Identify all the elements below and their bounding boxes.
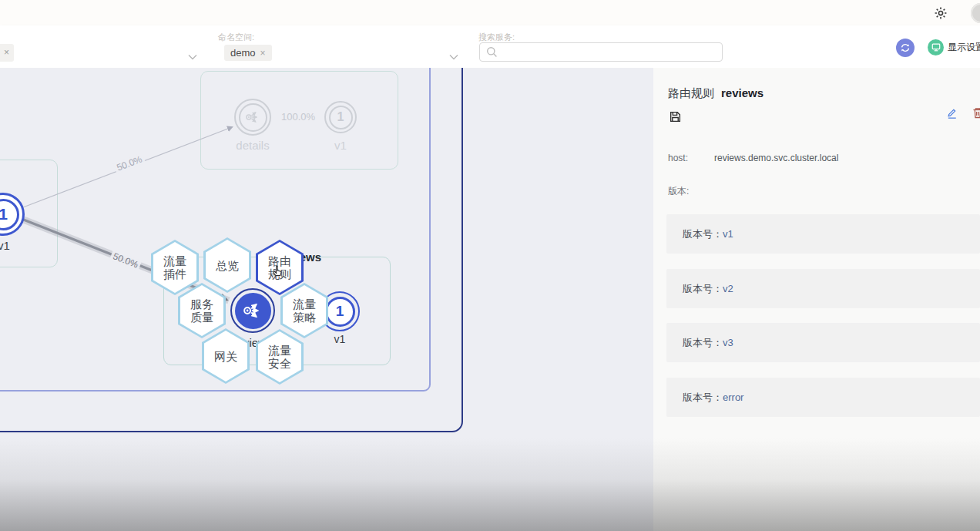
version-value: v1 (723, 228, 733, 240)
host-label: host: (668, 153, 688, 163)
chevron-down-icon[interactable] (449, 49, 458, 63)
cluster-tag-remnant[interactable]: × (0, 44, 14, 62)
monitor-icon (928, 39, 944, 55)
details-version-label: v1 (324, 139, 357, 152)
search-input[interactable] (502, 42, 722, 62)
namespace-tag-demo[interactable]: demo× (224, 45, 272, 61)
mouse-cursor (271, 264, 284, 283)
version-card-v2[interactable]: 版本号：v2 (666, 269, 980, 308)
version-card-v3[interactable]: 版本号：v3 (666, 323, 980, 362)
tag-close-icon[interactable]: × (4, 47, 9, 58)
avatar[interactable] (971, 3, 980, 23)
source-version-label: v1 (0, 239, 15, 252)
panel-title-service: reviews (721, 86, 764, 99)
panel-title-type: 路由规则 (668, 86, 714, 99)
search-service-label: 搜索服务: (478, 32, 515, 43)
version-value: v2 (723, 283, 733, 294)
version-card-error[interactable]: 版本号：error (666, 378, 980, 417)
details-node-label: details (227, 139, 279, 152)
display-settings-button[interactable]: 显示设置 (928, 39, 980, 55)
hex-menu-gateway[interactable]: 网关 (202, 328, 250, 384)
traffic-split-icon (241, 299, 264, 322)
topology-graph[interactable]: 100.0% 1 details v1 50.0% 50.0% (0, 68, 653, 531)
filter-toolbar: × 命名空间: demo× 搜索服务: (0, 25, 980, 68)
settings-gear-icon[interactable] (934, 6, 948, 20)
chevron-down-icon[interactable] (188, 49, 197, 63)
refresh-button[interactable] (896, 39, 915, 57)
edit-pencil-icon[interactable] (946, 106, 958, 123)
search-box[interactable] (479, 42, 723, 62)
search-icon (486, 46, 498, 58)
tag-close-icon[interactable]: × (260, 48, 266, 59)
app-screen: × 命名空间: demo× 搜索服务: (0, 0, 980, 531)
reviews-version-label: v1 (329, 333, 351, 345)
version-value: error (723, 392, 743, 403)
delete-trash-icon[interactable] (972, 106, 980, 123)
panel-title: 路由规则reviews (668, 86, 764, 101)
host-value: reviews.demo.svc.cluster.local (714, 153, 838, 163)
save-icon[interactable] (669, 110, 682, 126)
details-panel: 路由规则reviews host: reviews.demo.svc.clust (653, 68, 980, 531)
version-card-v1[interactable]: 版本号：v1 (666, 214, 980, 254)
versions-label: 版本: (668, 185, 689, 198)
namespace-label: 命名空间: (218, 32, 254, 43)
hex-menu-traffic-security[interactable]: 流量安全 (256, 329, 304, 385)
topbar (0, 0, 980, 26)
display-settings-label: 显示设置 (948, 41, 980, 54)
version-value: v3 (723, 337, 733, 348)
